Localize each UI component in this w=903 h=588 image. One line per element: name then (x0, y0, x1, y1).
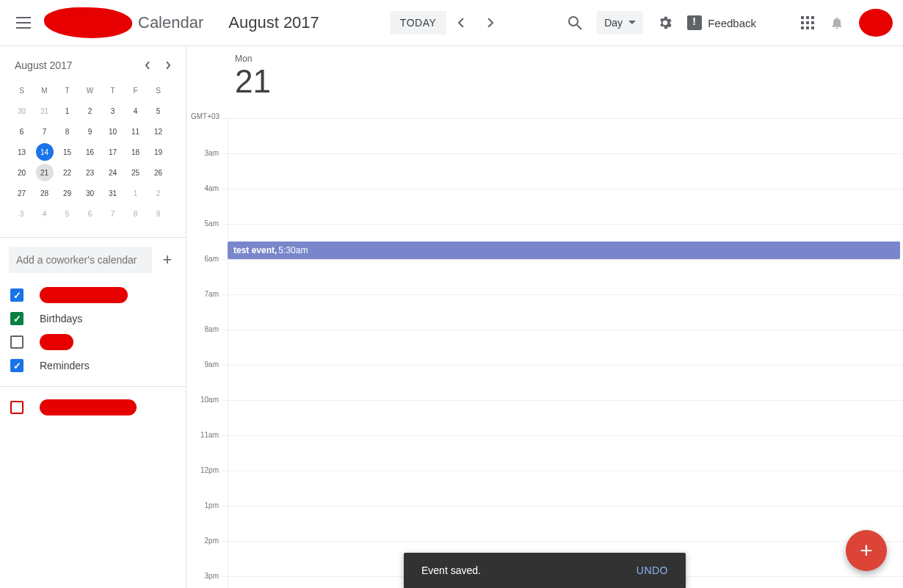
mini-calendar-day[interactable]: 9 (147, 203, 170, 224)
svg-rect-2 (806, 16, 809, 19)
mini-calendar-title: August 2017 (15, 59, 137, 71)
my-calendars-list: BirthdaysReminders (0, 280, 186, 380)
day-number: 21 (235, 65, 903, 98)
calendar-list-item: Birthdays (10, 307, 175, 330)
mini-calendar-day[interactable]: 27 (10, 183, 33, 203)
time-grid[interactable]: 3am4am5am6am7am8am9am10am11am12pm1pm2pm3… (186, 118, 903, 588)
hour-gridline (222, 189, 903, 189)
mini-calendar-next-button[interactable] (158, 55, 178, 76)
hour-label: 6am (186, 255, 222, 263)
calendar-list-item (10, 283, 175, 307)
main-calendar-area: Mon 21 GMT+03 3am4am5am6am7am8am9am10am1… (186, 46, 903, 588)
mini-calendar-day[interactable]: 23 (79, 162, 101, 183)
sidebar: August 2017 SMTWTFS303112345678910111213… (0, 46, 186, 588)
mini-calendar-day[interactable]: 21 (36, 164, 54, 181)
mini-calendar-day[interactable]: 16 (79, 142, 101, 162)
next-period-button[interactable] (476, 8, 505, 37)
mini-calendar-day[interactable]: 22 (56, 162, 79, 183)
mini-calendar-day[interactable]: 24 (101, 162, 124, 183)
mini-calendar-day[interactable]: 28 (33, 183, 56, 203)
product-logo (44, 7, 132, 38)
previous-period-button[interactable] (446, 8, 476, 37)
mini-calendar-day[interactable]: 25 (124, 162, 147, 183)
today-button[interactable]: TODAY (390, 11, 446, 35)
event-title: test event, (233, 245, 277, 255)
feedback-button[interactable]: Feedback (680, 15, 764, 30)
mini-calendar-day[interactable]: 18 (124, 142, 147, 162)
hour-label: 10am (186, 396, 222, 404)
mini-calendar-dow: S (147, 80, 170, 101)
current-period-title: August 2017 (228, 13, 319, 32)
mini-calendar-dow: T (101, 80, 124, 101)
toast-undo-button[interactable]: UNDO (637, 565, 668, 576)
main-menu-button[interactable] (6, 5, 41, 40)
mini-calendar-day[interactable]: 8 (56, 121, 79, 142)
mini-calendar-day[interactable]: 14 (36, 143, 54, 161)
mini-calendar-day[interactable]: 3 (101, 101, 124, 121)
calendar-event[interactable]: test event, 5:30am (228, 242, 900, 259)
calendar-toggle-checkbox[interactable] (10, 312, 23, 325)
hour-gridline (222, 294, 903, 295)
mini-calendar-day[interactable]: 5 (56, 203, 79, 224)
calendar-toggle-checkbox[interactable] (10, 401, 23, 414)
hour-gridline (222, 541, 903, 542)
hour-gridline (222, 365, 903, 366)
calendar-toggle-checkbox[interactable] (10, 335, 23, 349)
mini-calendar-day[interactable]: 12 (147, 121, 170, 142)
create-event-fab[interactable]: + (846, 530, 887, 571)
apps-button[interactable] (793, 8, 822, 37)
app-header: Calendar August 2017 TODAY Day Feedback (0, 0, 903, 46)
view-switcher[interactable]: Day (597, 11, 643, 35)
svg-rect-6 (811, 21, 814, 24)
day-header: Mon 21 (186, 46, 903, 98)
mini-calendar-day[interactable]: 30 (79, 183, 101, 203)
mini-calendar-day[interactable]: 2 (79, 101, 101, 121)
settings-button[interactable] (650, 8, 680, 37)
mini-calendar-day[interactable]: 5 (147, 101, 170, 121)
mini-calendar-day[interactable]: 11 (124, 121, 147, 142)
calendar-name-redacted (40, 287, 128, 303)
search-button[interactable] (560, 8, 590, 37)
mini-calendar-day[interactable]: 6 (79, 203, 101, 224)
mini-calendar-prev-button[interactable] (137, 55, 158, 76)
add-coworker-input[interactable] (9, 247, 152, 273)
mini-calendar-day[interactable]: 17 (101, 142, 124, 162)
mini-calendar-day[interactable]: 30 (10, 101, 33, 121)
mini-calendar-day[interactable]: 7 (33, 121, 56, 142)
mini-calendar-day[interactable]: 9 (79, 121, 101, 142)
app-name: Calendar (138, 13, 203, 32)
mini-calendar-day[interactable]: 4 (124, 101, 147, 121)
mini-calendar-day[interactable]: 2 (147, 183, 170, 203)
hour-label: 3pm (186, 572, 222, 580)
mini-calendar-day[interactable]: 15 (56, 142, 79, 162)
other-calendars-list (0, 393, 186, 422)
mini-calendar-day[interactable]: 20 (10, 162, 33, 183)
mini-calendar-day[interactable]: 1 (124, 183, 147, 203)
mini-calendar-day[interactable]: 10 (101, 121, 124, 142)
mini-calendar-day[interactable]: 4 (33, 203, 56, 224)
mini-calendar-day[interactable]: 13 (10, 142, 33, 162)
notifications-button[interactable] (822, 8, 852, 37)
mini-calendar-day[interactable]: 1 (56, 101, 79, 121)
hour-label: 3am (186, 149, 222, 157)
mini-calendar-day[interactable]: 31 (101, 183, 124, 203)
account-avatar[interactable] (859, 9, 893, 37)
mini-calendar-day[interactable]: 7 (101, 203, 124, 224)
mini-calendar-day[interactable]: 3 (10, 203, 33, 224)
mini-calendar-day[interactable]: 31 (33, 101, 56, 121)
mini-calendar-dow: T (56, 80, 79, 101)
mini-calendar-day[interactable]: 29 (56, 183, 79, 203)
calendar-list-item (10, 330, 175, 354)
calendar-toggle-checkbox[interactable] (10, 288, 23, 302)
mini-calendar-day[interactable]: 19 (147, 142, 170, 162)
feedback-icon (687, 15, 702, 30)
calendar-toggle-checkbox[interactable] (10, 359, 23, 372)
mini-calendar-day[interactable]: 8 (124, 203, 147, 224)
svg-rect-8 (806, 26, 809, 29)
svg-rect-9 (811, 26, 814, 29)
mini-calendar-day[interactable]: 6 (10, 121, 33, 142)
chevron-down-icon (628, 21, 636, 25)
add-calendar-button[interactable]: + (158, 250, 177, 270)
mini-calendar-day[interactable]: 26 (147, 162, 170, 183)
toast-message: Event saved. (421, 565, 637, 576)
